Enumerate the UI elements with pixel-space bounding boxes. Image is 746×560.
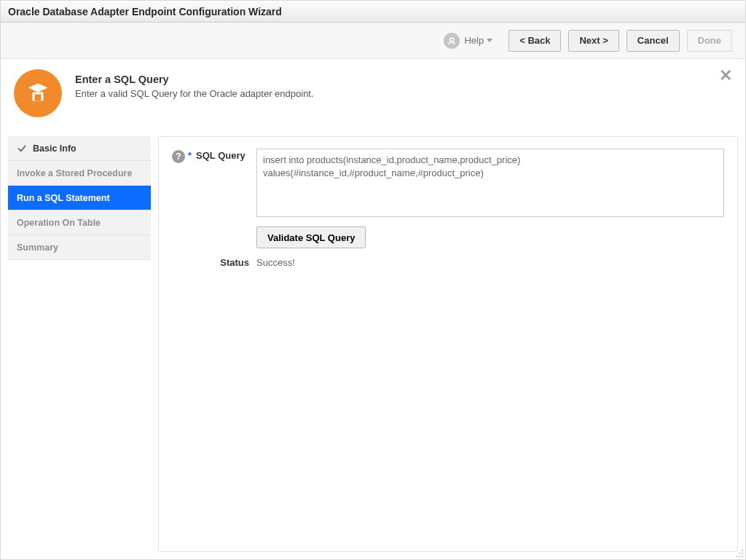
sidebar-item-label: Run a SQL Statement bbox=[17, 193, 110, 203]
cancel-button[interactable]: Cancel bbox=[627, 30, 680, 52]
svg-rect-5 bbox=[742, 553, 743, 554]
sidebar-item-label: Invoke a Stored Procedure bbox=[17, 168, 132, 178]
help-label: Help bbox=[464, 35, 492, 46]
validate-sql-button[interactable]: Validate SQL Query bbox=[256, 226, 366, 248]
wizard-step-icon bbox=[14, 69, 62, 117]
svg-point-0 bbox=[450, 38, 454, 42]
chevron-down-icon bbox=[487, 39, 492, 42]
panel-subtitle: Enter a valid SQL Query for the Oracle a… bbox=[75, 88, 314, 99]
done-button: Done bbox=[687, 30, 733, 52]
sidebar-item-run-sql[interactable]: Run a SQL Statement bbox=[8, 186, 151, 210]
svg-rect-7 bbox=[739, 556, 740, 557]
window-title: Oracle Database Adapter Endpoint Configu… bbox=[8, 6, 282, 17]
sql-query-input[interactable] bbox=[256, 149, 724, 217]
help-icon bbox=[444, 33, 460, 49]
sidebar-item-summary[interactable]: Summary bbox=[8, 235, 151, 260]
back-button[interactable]: < Back bbox=[509, 30, 561, 52]
panel-header: Enter a SQL Query Enter a valid SQL Quer… bbox=[1, 59, 745, 136]
status-row: Status Success! bbox=[172, 257, 724, 268]
svg-rect-6 bbox=[736, 556, 737, 557]
step-sidebar: Basic Info Invoke a Stored Procedure Run… bbox=[8, 136, 151, 552]
sql-query-label: SQL Query bbox=[196, 150, 246, 161]
sidebar-item-label: Operation On Table bbox=[17, 218, 101, 228]
help-hint-icon[interactable]: ? bbox=[172, 150, 185, 163]
wizard-window: Oracle Database Adapter Endpoint Configu… bbox=[0, 0, 746, 560]
window-titlebar: Oracle Database Adapter Endpoint Configu… bbox=[1, 1, 745, 23]
help-menu[interactable]: Help bbox=[444, 33, 492, 49]
sidebar-item-operation-table[interactable]: Operation On Table bbox=[8, 210, 151, 235]
sidebar-item-invoke-sp[interactable]: Invoke a Stored Procedure bbox=[8, 161, 151, 186]
sql-query-row: ? * SQL Query Validate SQL Query bbox=[172, 149, 724, 248]
svg-rect-4 bbox=[739, 553, 740, 554]
sidebar-item-basic-info[interactable]: Basic Info bbox=[8, 136, 151, 161]
required-indicator: * bbox=[188, 150, 192, 161]
status-value: Success! bbox=[256, 257, 295, 268]
content-split: Basic Info Invoke a Stored Procedure Run… bbox=[1, 136, 745, 559]
sidebar-item-label: Basic Info bbox=[33, 143, 76, 154]
check-icon bbox=[17, 143, 27, 154]
main-panel: ? * SQL Query Validate SQL Query Status … bbox=[158, 136, 738, 552]
panel-title: Enter a SQL Query bbox=[75, 74, 314, 85]
svg-rect-2 bbox=[35, 95, 42, 101]
status-label: Status bbox=[172, 257, 256, 268]
wizard-body: Enter a SQL Query Enter a valid SQL Quer… bbox=[1, 59, 745, 559]
next-button[interactable]: Next > bbox=[568, 30, 619, 52]
sidebar-item-label: Summary bbox=[17, 242, 58, 253]
toolbar: Help < Back Next > Cancel Done bbox=[1, 23, 745, 59]
close-icon[interactable]: ✕ bbox=[719, 68, 732, 84]
svg-rect-8 bbox=[742, 556, 743, 557]
svg-rect-3 bbox=[742, 550, 743, 551]
resize-grip-icon[interactable] bbox=[734, 548, 745, 559]
